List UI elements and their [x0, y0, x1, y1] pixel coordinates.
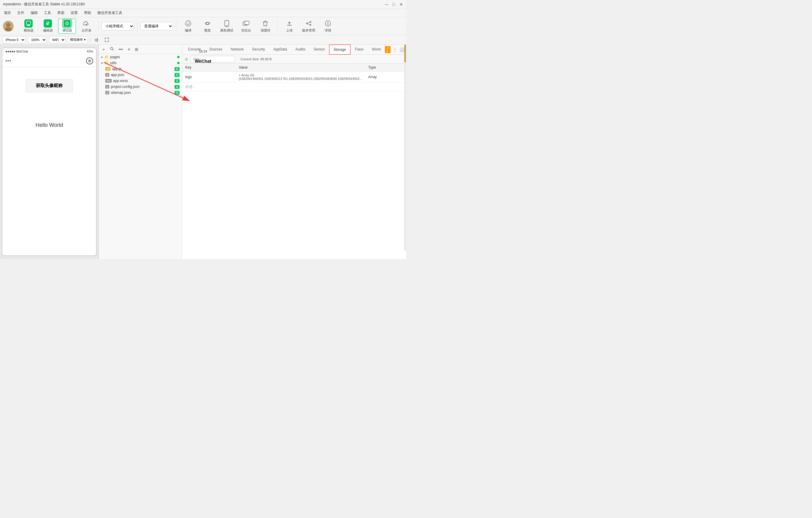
simulate-ops-button[interactable]: 模拟操作 ▾ [68, 36, 88, 44]
new-row[interactable]: 新建... [182, 83, 406, 91]
cloud-button[interactable]: 云开发 [78, 19, 95, 33]
mute-button[interactable] [93, 36, 100, 44]
simulator-button[interactable]: 模拟器 [20, 19, 37, 33]
avatar[interactable] [3, 21, 13, 31]
svg-line-16 [308, 22, 310, 23]
titlebar: mywxdemo - 微信开发者工具 Stable v1.02.1911180 … [0, 0, 406, 9]
compile-button[interactable]: 编译 [179, 19, 197, 33]
filetree-appwxss[interactable]: WX app.wxss U [99, 78, 182, 84]
zoom-selector[interactable]: 100% [28, 36, 47, 44]
tab-sensor[interactable]: Sensor [310, 45, 329, 55]
menu-wechat-devtools[interactable]: 微信开发者工具 [95, 9, 125, 16]
folder-icon: 📁 [105, 55, 109, 59]
filetree-utils[interactable]: ▶ 📁 utils [99, 60, 182, 66]
tab-audits[interactable]: Audits [291, 45, 309, 55]
realtest-button[interactable]: 真机调试 [218, 19, 236, 33]
filetree-sitemap[interactable]: {} sitemap.json U [99, 90, 182, 96]
filetree-panel: + ••• ≡ ⊞ ▶ 📁 pages ▶ 📁 [99, 45, 182, 259]
filetree-projectconfig[interactable]: {} project.config.json U [99, 84, 182, 90]
add-file-button[interactable]: + [101, 46, 106, 52]
editor-button[interactable]: 编辑器 [39, 19, 57, 33]
phone-battery: 43% [87, 50, 93, 53]
row-value: + Array (6): [1582961466301,158295622170… [236, 72, 365, 83]
projectconfig-icon: {} [105, 85, 109, 88]
main-toolbar: 模拟器 编辑器 调试器 云开发 小程序模式 插件模式 [0, 17, 406, 35]
clearcache-button[interactable]: 清缓存 [256, 19, 274, 33]
tab-wxml[interactable]: Wxml [368, 45, 385, 55]
menu-settings[interactable]: 设置 [68, 9, 80, 16]
menu-interface[interactable]: 界面 [55, 9, 67, 16]
menu-tools[interactable]: 工具 [41, 9, 53, 16]
expand-icon: ▶ [101, 56, 103, 58]
detail-button[interactable]: 详情 [319, 19, 337, 33]
tab-security[interactable]: Security [248, 45, 269, 55]
compile-selector[interactable]: 普通编译 [140, 22, 173, 30]
json-icon: {} [105, 73, 109, 77]
mode-selector[interactable]: 小程序模式 插件模式 [102, 22, 134, 30]
phone-hello-text: Hello World [8, 122, 90, 128]
menu-help[interactable]: 帮助 [82, 9, 93, 16]
preview-button[interactable]: 预览 [199, 19, 216, 33]
new-row-placeholder: 新建... [182, 83, 406, 91]
table-header-row: Key Value Type [182, 63, 406, 72]
js-icon: JS [105, 67, 110, 71]
devtools-tab-right: ⚠ 1 ⋮ ⬜ [385, 46, 405, 53]
devtools-tabs: Console Sources Network Security AppData… [182, 45, 406, 55]
titlebar-title: mywxdemo - 微信开发者工具 Stable v1.02.1911180 [3, 2, 85, 7]
phone-getavatar-btn[interactable]: 获取头像昵称 [26, 79, 73, 92]
version-button[interactable]: 版本管理 [300, 19, 318, 33]
tab-storage[interactable]: Storage [329, 45, 350, 55]
debugger-icon [63, 19, 71, 28]
close-button[interactable]: ✕ [400, 2, 403, 7]
filetree-appjs[interactable]: JS app.js U [99, 66, 182, 72]
svg-rect-19 [328, 23, 328, 25]
tab-sources[interactable]: Sources [205, 45, 227, 55]
devtools-more-button[interactable]: ⋮ [393, 47, 397, 52]
upload-button[interactable]: 上传 [281, 19, 298, 33]
table-row[interactable]: logs + Array (6): [1582961466301,1582956… [182, 72, 406, 83]
pages-badge [177, 56, 179, 58]
filetree-pages[interactable]: ▶ 📁 pages [99, 54, 182, 60]
menu-file[interactable]: 文件 [15, 9, 27, 16]
storage-table-container: Key Value Type logs + Array (6): [158296… [182, 63, 406, 259]
sort-button[interactable]: ≡ [126, 46, 131, 52]
right-scrollbar[interactable] [404, 45, 406, 251]
cutback-button[interactable]: 切后台 [237, 19, 255, 33]
toolbar-sep-1 [98, 20, 98, 32]
menu-edit[interactable]: 编辑 [28, 9, 40, 16]
phone-signal: ●●●●● WeChat [5, 50, 28, 53]
warning-badge[interactable]: ⚠ 1 [385, 46, 390, 53]
tab-trace[interactable]: Trace [350, 45, 368, 55]
cutback-icon [242, 19, 250, 28]
projectconfig-badge: U [175, 85, 179, 89]
filetree-appjson[interactable]: {} app.json U [99, 72, 182, 78]
device-selector[interactable]: iPhone 5 [2, 36, 26, 44]
expand-button[interactable]: ⊞ [134, 46, 140, 52]
realtest-icon [223, 19, 231, 28]
search-file-button[interactable] [109, 46, 115, 52]
svg-rect-4 [27, 25, 30, 26]
tab-network[interactable]: Network [227, 45, 248, 55]
debugger-button[interactable]: 调试器 [58, 19, 76, 33]
more-options-button[interactable]: ••• [118, 46, 124, 52]
menu-project[interactable]: 项目 [1, 9, 13, 16]
maximize-button[interactable]: □ [393, 2, 395, 7]
preview-icon [203, 19, 212, 28]
network-selector[interactable]: WiFi [49, 36, 66, 44]
svg-point-22 [89, 60, 90, 61]
devtools-expand-button[interactable]: ⬜ [400, 47, 405, 52]
utils-badge [177, 62, 179, 64]
folder-icon: 📁 [105, 61, 109, 65]
fullscreen-button[interactable] [103, 36, 111, 44]
volume-icon [95, 38, 99, 42]
editor-icon [44, 19, 52, 28]
svg-line-24 [113, 50, 114, 51]
expand-icon: ▶ [101, 61, 103, 64]
storage-clear-button[interactable]: ⊘ [184, 57, 188, 61]
tab-appdata[interactable]: AppData [269, 45, 291, 55]
phone-nav-record [86, 57, 93, 64]
appjson-badge: U [175, 73, 179, 77]
svg-point-8 [206, 22, 209, 25]
minimize-button[interactable]: ─ [385, 2, 388, 7]
svg-rect-3 [26, 21, 31, 25]
